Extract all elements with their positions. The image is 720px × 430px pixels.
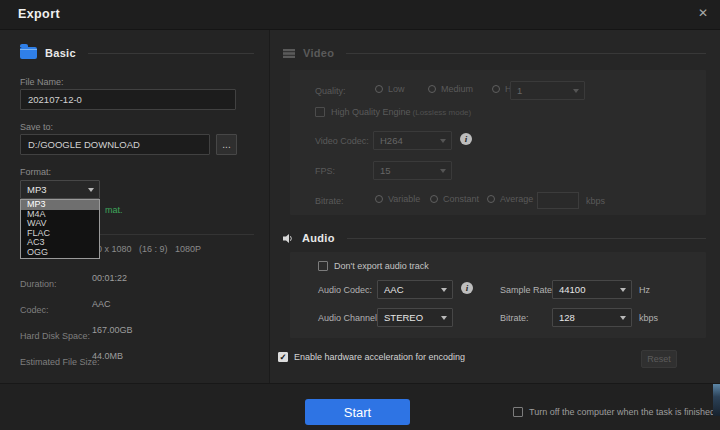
disk-space-label: Hard Disk Space: — [20, 331, 90, 341]
high-quality-engine-checkbox-row: High Quality Engine (Lossless mode) — [315, 107, 471, 117]
shutdown-row: Turn off the computer when the task is f… — [513, 407, 715, 417]
quality-label: Quality: — [315, 86, 346, 96]
file-name-input[interactable] — [20, 89, 236, 110]
video-section-title: Video — [303, 47, 334, 59]
quality-option-label: Medium — [441, 84, 473, 94]
audio-bitrate-label: Bitrate: — [500, 313, 529, 323]
audio-codec-value: AAC — [384, 284, 404, 295]
export-dialog: Export ✕ Basic File Name: Save to: ... F… — [0, 0, 720, 430]
quality-level-value: 1 — [517, 85, 522, 96]
save-to-input[interactable] — [20, 134, 210, 155]
radio-icon[interactable] — [430, 195, 438, 203]
codec-value: AAC — [92, 299, 111, 309]
chevron-down-icon — [440, 169, 446, 173]
close-icon[interactable]: ✕ — [698, 6, 708, 20]
start-button[interactable]: Start — [305, 399, 410, 425]
dont-export-audio-row: Don't export audio track — [318, 261, 429, 271]
radio-icon[interactable] — [375, 85, 383, 93]
audio-codec-label: Audio Codec: — [318, 285, 372, 295]
duration-label: Duration: — [20, 279, 57, 289]
hw-accel-label: Enable hardware acceleration for encodin… — [294, 352, 465, 362]
high-quality-engine-checkbox[interactable] — [315, 107, 325, 117]
file-size-label: Estimated File Size: — [20, 357, 100, 367]
quality-radio-low[interactable]: Low — [375, 84, 405, 94]
bitrate-radio-average[interactable]: Average — [487, 194, 533, 204]
titlebar: Export ✕ — [0, 0, 720, 30]
audio-codec-select[interactable]: AAC — [377, 280, 453, 299]
audio-channel-select[interactable]: STEREO — [377, 308, 453, 327]
bitrate-option-label: Average — [500, 194, 533, 204]
duration-value: 00:01:22 — [92, 273, 127, 283]
radio-icon[interactable] — [428, 85, 436, 93]
format-select[interactable]: MP3 — [20, 180, 100, 199]
format-option-ogg[interactable]: OGG — [21, 248, 99, 258]
audio-bitrate-value: 128 — [559, 312, 575, 323]
audio-groupbox: Don't export audio track Audio Codec: AA… — [290, 252, 706, 338]
quality-option-label: Low — [388, 84, 405, 94]
sample-rate-unit: Hz — [639, 285, 650, 295]
audio-bitrate-select[interactable]: 128 — [552, 308, 632, 327]
dont-export-audio-label: Don't export audio track — [334, 261, 429, 271]
fps-label: FPS: — [315, 166, 335, 176]
basic-panel: Basic File Name: Save to: ... Format: MP… — [0, 30, 270, 383]
detail-row-file-size: Estimated File Size: 44.0MB — [20, 351, 259, 363]
format-hint-text: mat. — [105, 205, 123, 215]
save-to-label: Save to: — [20, 122, 53, 132]
section-divider — [88, 53, 254, 54]
basic-section-title: Basic — [45, 47, 76, 59]
chevron-down-icon — [88, 188, 94, 192]
sample-rate-label: Sample Rate: — [500, 285, 555, 295]
bitrate-kbps-input[interactable] — [537, 192, 579, 209]
hw-accel-row: ✓ Enable hardware acceleration for encod… — [278, 352, 465, 362]
radio-icon[interactable] — [492, 85, 500, 93]
detail-row-codec: Codec: AAC — [20, 299, 259, 311]
high-quality-engine-label: High Quality Engine — [331, 107, 411, 117]
reset-button[interactable]: Reset — [641, 350, 677, 368]
video-codec-info-icon[interactable]: i — [460, 133, 472, 145]
dont-export-audio-checkbox[interactable] — [318, 261, 328, 271]
radio-icon[interactable] — [375, 195, 383, 203]
radio-icon[interactable] — [487, 195, 495, 203]
shutdown-label: Turn off the computer when the task is f… — [529, 407, 715, 417]
detail-row-duration: Duration: 00:01:22 — [20, 273, 259, 285]
audio-channel-label: Audio Channel: — [318, 313, 380, 323]
video-groupbox: Quality: Low Medium High 1 High Quality … — [290, 70, 706, 215]
audio-bitrate-unit: kbps — [639, 313, 658, 323]
sample-rate-value: 44100 — [559, 284, 585, 295]
bitrate-radio-constant[interactable]: Constant — [430, 194, 479, 204]
audio-codec-info-icon[interactable]: i — [461, 282, 473, 294]
background-window-fragment — [713, 384, 720, 416]
speaker-icon — [283, 233, 294, 244]
browse-button[interactable]: ... — [216, 134, 237, 155]
fps-select[interactable]: 15 — [373, 161, 452, 180]
quality-radio-medium[interactable]: Medium — [428, 84, 473, 94]
file-size-value: 44.0MB — [92, 351, 123, 361]
bitrate-option-label: Variable — [388, 194, 420, 204]
sample-rate-select[interactable]: 44100 — [552, 280, 632, 299]
chevron-down-icon — [441, 288, 447, 292]
audio-section-header: Audio — [283, 232, 706, 244]
folder-icon — [20, 47, 37, 59]
video-icon — [283, 49, 295, 58]
shutdown-checkbox[interactable] — [513, 407, 523, 417]
bitrate-option-label: Constant — [443, 194, 479, 204]
format-option-list: MP3 M4A WAV FLAC AC3 OGG — [20, 199, 100, 259]
fps-value: 15 — [380, 165, 391, 176]
chevron-down-icon — [573, 89, 579, 93]
format-label: Format: — [20, 167, 51, 177]
chevron-down-icon — [620, 316, 626, 320]
audio-section-title: Audio — [302, 232, 335, 244]
video-codec-select[interactable]: H264 — [373, 131, 452, 150]
section-divider — [346, 53, 706, 54]
video-section-header: Video — [283, 47, 706, 59]
video-codec-label: Video Codec: — [315, 136, 369, 146]
format-select-value: MP3 — [27, 184, 47, 195]
codec-label: Codec: — [20, 305, 49, 315]
video-bitrate-label: Bitrate: — [315, 196, 344, 206]
quality-level-select[interactable]: 1 — [510, 81, 585, 100]
bitrate-radio-variable[interactable]: Variable — [375, 194, 420, 204]
lossless-mode-suffix: (Lossless mode) — [413, 108, 472, 117]
hw-accel-checkbox[interactable]: ✓ — [278, 352, 288, 362]
settings-panel: Video Quality: Low Medium High 1 — [271, 30, 720, 383]
video-codec-value: H264 — [380, 135, 403, 146]
